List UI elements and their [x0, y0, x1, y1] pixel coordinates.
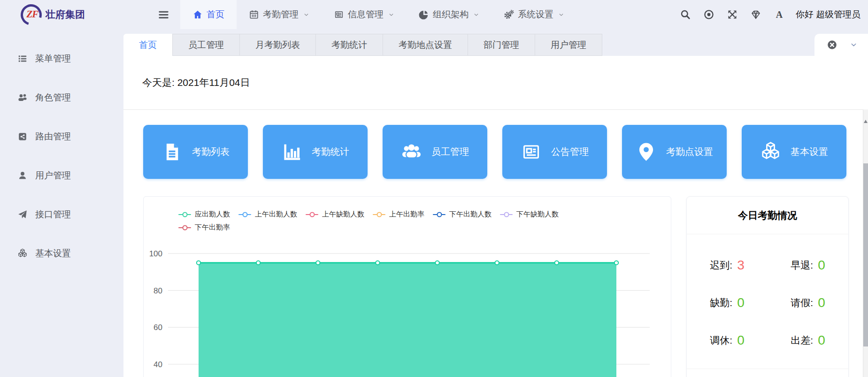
nav-item-label: 信息管理: [348, 8, 384, 21]
tab-bar: 首页员工管理月考勤列表考勤统计考勤地点设置部门管理用户管理: [123, 29, 868, 56]
stat-value: 0: [818, 295, 825, 310]
user-greeting: 你好 超级管理员: [796, 8, 860, 21]
stat-late: 迟到:3: [687, 246, 768, 284]
sidebar-toggle-button[interactable]: [157, 8, 170, 21]
stat-absent: 缺勤:0: [687, 284, 768, 322]
nav-item-label: 系统设置: [518, 8, 553, 21]
tab-employee-mgmt[interactable]: 员工管理: [173, 34, 240, 56]
sidebar-item-label: 角色管理: [35, 92, 71, 104]
stat-value: 3: [737, 258, 745, 273]
sidebar-item-route-mgmt[interactable]: 路由管理: [0, 117, 123, 156]
search-button[interactable]: [674, 9, 697, 20]
tab-attendance-stats[interactable]: 考勤统计: [316, 34, 383, 56]
sidebar-item-label: 基本设置: [35, 247, 71, 260]
stat-value: 0: [818, 258, 825, 273]
sidebar-item-basic-settings[interactable]: 基本设置: [0, 234, 123, 273]
quick-action-label: 考勤列表: [192, 146, 230, 158]
quick-action-attendance-list[interactable]: 考勤列表: [143, 125, 248, 179]
font-size-button[interactable]: [768, 9, 791, 20]
nav-item-attendance[interactable]: 考勤管理: [237, 0, 322, 29]
stat-label: 调休:: [710, 334, 732, 347]
quick-action-notice-mgmt[interactable]: 公告管理: [502, 125, 607, 179]
dot-circle-icon: [703, 9, 714, 20]
gem-button[interactable]: [744, 9, 768, 20]
legend-item[interactable]: 上午缺勤人数: [306, 210, 364, 219]
svg-text:100: 100: [149, 249, 162, 258]
fullscreen-icon: [727, 9, 738, 20]
today-attendance-card: 今日考勤情况 迟到:3早退:0缺勤:0请假:0调休:0出差:0: [686, 196, 849, 377]
sidebar: 菜单管理角色管理路由管理用户管理接口管理基本设置: [0, 29, 123, 377]
sidebar-item-api-mgmt[interactable]: 接口管理: [0, 195, 123, 234]
quick-action-attendance-stats[interactable]: 考勤统计: [263, 125, 368, 179]
nav-item-label: 考勤管理: [263, 8, 299, 21]
svg-text:40: 40: [154, 360, 162, 369]
legend-marker-icon: [238, 214, 251, 215]
attendance-chart-card: 应出勤人数上午出勤人数上午缺勤人数上午出勤率下午出勤人数下午缺勤人数下午出勤率 …: [143, 196, 671, 377]
legend-item[interactable]: 应出勤人数: [178, 210, 230, 219]
sidebar-item-user-mgmt[interactable]: 用户管理: [0, 156, 123, 195]
legend-label: 上午出勤率: [389, 210, 424, 219]
cubes-icon: [760, 141, 781, 162]
list-icon: [17, 54, 28, 64]
stat-leave: 请假:0: [768, 284, 848, 322]
legend-item[interactable]: 下午出勤率: [178, 223, 230, 232]
vertical-scrollbar[interactable]: [863, 109, 868, 377]
today-card-divider: [687, 369, 848, 369]
logo-swirl-icon: ZF: [17, 0, 46, 29]
chevron-down-icon: [473, 12, 479, 18]
scroll-up-arrow[interactable]: [864, 120, 868, 123]
quick-action-label: 员工管理: [431, 146, 469, 158]
stat-comp-time: 调休:0: [687, 322, 768, 359]
search-icon: [680, 9, 691, 20]
tab-department-mgmt[interactable]: 部门管理: [468, 34, 535, 56]
sidebar-item-role-mgmt[interactable]: 角色管理: [0, 78, 123, 117]
chevron-down-icon: [558, 12, 564, 18]
legend-item[interactable]: 上午出勤率: [373, 210, 424, 219]
dashboard-panels: 应出勤人数上午出勤人数上午缺勤人数上午出勤率下午出勤人数下午缺勤人数下午出勤率 …: [143, 196, 868, 377]
fullscreen-button[interactable]: [721, 9, 744, 20]
close-tabs-icon[interactable]: [827, 39, 837, 50]
tab-options-chevron-down-icon[interactable]: [850, 41, 858, 49]
legend-item[interactable]: 下午缺勤人数: [500, 210, 559, 219]
tabs: 首页员工管理月考勤列表考勤统计考勤地点设置部门管理用户管理: [123, 34, 602, 56]
users-icon: [17, 92, 28, 103]
logo-zf-text: ZF: [26, 8, 38, 20]
topnav-items: 首页考勤管理信息管理组织架构系统设置: [180, 0, 576, 29]
sidebar-item-menu-mgmt[interactable]: 菜单管理: [0, 39, 123, 78]
legend-marker-icon: [500, 214, 513, 215]
legend-label: 上午缺勤人数: [322, 210, 364, 219]
tab-label: 部门管理: [484, 39, 519, 51]
main-area: 首页员工管理月考勤列表考勤统计考勤地点设置部门管理用户管理 今天是: 2021年…: [123, 29, 868, 377]
today-card-title: 今日考勤情况: [687, 197, 848, 234]
scrollbar-thumb[interactable]: [863, 163, 868, 346]
quick-action-label: 考勤点设置: [666, 146, 713, 158]
legend-marker-icon: [178, 214, 191, 215]
nav-item-home[interactable]: 首页: [180, 0, 237, 29]
tab-label: 考勤统计: [331, 39, 367, 51]
quick-action-attendance-point[interactable]: 考勤点设置: [622, 125, 727, 179]
legend-item[interactable]: 上午出勤人数: [238, 210, 297, 219]
today-stats: 迟到:3早退:0缺勤:0请假:0调休:0出差:0: [687, 234, 848, 359]
nav-item-system[interactable]: 系统设置: [492, 0, 576, 29]
quick-action-basic-settings[interactable]: 基本设置: [742, 125, 846, 179]
tab-attendance-location[interactable]: 考勤地点设置: [383, 34, 468, 56]
user-icon: [17, 170, 28, 181]
tab-month-attendance[interactable]: 月考勤列表: [240, 34, 316, 56]
stat-label: 迟到:: [710, 259, 732, 272]
pie-chart-icon: [419, 9, 429, 20]
nav-item-information[interactable]: 信息管理: [322, 0, 407, 29]
quick-action-employee-mgmt[interactable]: 员工管理: [383, 125, 487, 179]
dot-circle-button[interactable]: [697, 9, 721, 20]
menu-icon: [157, 8, 170, 21]
nav-item-label: 组织架构: [433, 8, 469, 21]
chart-legend: 应出勤人数上午出勤人数上午缺勤人数上午出勤率下午出勤人数下午缺勤人数下午出勤率: [178, 210, 568, 232]
gem-icon: [750, 9, 761, 20]
legend-item[interactable]: 下午出勤人数: [433, 210, 492, 219]
tab-home[interactable]: 首页: [123, 34, 173, 56]
tab-user-mgmt[interactable]: 用户管理: [535, 34, 602, 56]
nav-item-organization[interactable]: 组织架构: [407, 0, 492, 29]
legend-label: 下午出勤率: [195, 223, 230, 232]
legend-marker-icon: [178, 227, 191, 228]
stat-business-trip: 出差:0: [768, 322, 848, 359]
sidebar-item-label: 用户管理: [35, 169, 71, 182]
